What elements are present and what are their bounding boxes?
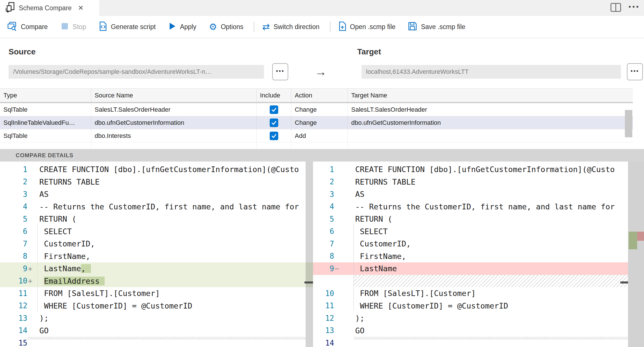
overview-insert-marker bbox=[629, 232, 637, 249]
code-line: 11 WHERE [CustomerID] = @CustomerID bbox=[313, 300, 644, 312]
schema-compare-toolbar: Compare Stop Generate script Apply ⚙ Opt bbox=[0, 16, 644, 38]
cell-target-name bbox=[348, 129, 633, 142]
compare-icon bbox=[7, 21, 17, 32]
direction-arrow-icon: → bbox=[315, 65, 327, 79]
target-browse-button[interactable]: ••• bbox=[627, 63, 643, 80]
code-text: GO bbox=[344, 326, 365, 335]
hatch-pattern bbox=[354, 275, 644, 287]
line-number: 4 bbox=[313, 202, 334, 211]
code-line: 5RETURN ( bbox=[0, 213, 313, 225]
grid-header: TypeSource NameIncludeActionTarget Name bbox=[0, 88, 633, 102]
line-number: 6 bbox=[0, 227, 27, 236]
final-line-border bbox=[354, 337, 628, 340]
code-line: 11 FROM [SalesLT].[Customer] bbox=[0, 287, 313, 300]
code-line: 4-- Returns the CustomerID, first name, … bbox=[313, 201, 644, 213]
table-row[interactable]: SqlTabledbo.InterestsAdd bbox=[0, 129, 633, 142]
comparison-grid: TypeSource NameIncludeActionTarget Name … bbox=[0, 88, 633, 149]
save-icon bbox=[408, 22, 417, 32]
source-diff-editor[interactable]: 1CREATE FUNCTION [dbo].[ufnGetCustomerIn… bbox=[0, 162, 313, 347]
final-line-border bbox=[27, 337, 306, 340]
code-line: 10 FROM [SalesLT].[Customer] bbox=[313, 287, 644, 300]
line-number: 8 bbox=[313, 252, 334, 260]
line-number: 5 bbox=[313, 215, 334, 223]
generate-script-icon bbox=[99, 21, 107, 32]
code-text: LastName, bbox=[39, 264, 91, 273]
code-line: 4-- Returns the CustomerID, first name, … bbox=[0, 201, 313, 213]
left-editor-scrollbar[interactable] bbox=[306, 162, 313, 347]
diff-spacer-hatch bbox=[313, 275, 644, 287]
column-header-source-name[interactable]: Source Name bbox=[91, 89, 257, 102]
line-number: 2 bbox=[0, 177, 27, 186]
line-number: 8 bbox=[0, 252, 27, 260]
line-number: 10 bbox=[0, 277, 27, 285]
target-diff-editor[interactable]: 1CREATE FUNCTION [dbo].[ufnGetCustomerIn… bbox=[313, 162, 644, 347]
code-text: FirstName, bbox=[39, 252, 90, 261]
code-text: AS bbox=[39, 190, 49, 199]
code-text: EmailAddress bbox=[39, 277, 105, 285]
toolbar-separator bbox=[330, 22, 330, 32]
stop-button[interactable]: Stop bbox=[60, 22, 86, 32]
target-heading: Target bbox=[357, 47, 381, 56]
code-text: RETURNS TABLE bbox=[39, 177, 99, 186]
split-editor-icon[interactable] bbox=[610, 3, 621, 13]
code-text: -- Returns the CustomerID, first name, a… bbox=[39, 202, 299, 211]
tab-schema-compare[interactable]: Schema Compare ✕ bbox=[0, 0, 99, 16]
line-number: 2 bbox=[313, 177, 334, 186]
code-text: LastName bbox=[344, 264, 397, 273]
include-checkbox[interactable] bbox=[270, 105, 278, 114]
cell-include bbox=[257, 116, 291, 129]
source-browse-button[interactable]: ••• bbox=[272, 63, 288, 80]
code-line: 9+ LastName, bbox=[0, 262, 313, 275]
switch-direction-icon: ⇄ bbox=[262, 22, 270, 31]
apply-button[interactable]: Apply bbox=[168, 22, 196, 32]
source-input[interactable]: /Volumes/Storage/CodeRepos/sample-sandbo… bbox=[9, 65, 264, 79]
table-row[interactable]: SqlTableSalesLT.SalesOrderHeaderChangeSa… bbox=[0, 103, 633, 116]
cell-target-name: dbo.ufnGetCustomerInformation bbox=[348, 116, 633, 129]
save-scmp-button[interactable]: Save .scmp file bbox=[408, 22, 465, 32]
options-button[interactable]: ⚙ Options bbox=[209, 22, 243, 31]
code-text: RETURN ( bbox=[39, 215, 76, 223]
code-line: 3AS bbox=[0, 188, 313, 201]
code-text: ); bbox=[39, 314, 49, 322]
include-checkbox[interactable] bbox=[270, 119, 278, 127]
grid-vertical-scrollbar[interactable] bbox=[625, 110, 632, 137]
column-header-include[interactable]: Include bbox=[257, 89, 291, 102]
diff-region-handle[interactable] bbox=[620, 281, 628, 283]
include-checkbox[interactable] bbox=[270, 132, 278, 140]
code-text: CustomerID, bbox=[39, 239, 95, 248]
line-number: 13 bbox=[0, 314, 27, 322]
stop-icon bbox=[60, 22, 69, 32]
code-text: -- Returns the CustomerID, first name, a… bbox=[344, 202, 615, 211]
open-file-icon bbox=[338, 21, 346, 32]
code-line: 9− LastName bbox=[313, 262, 644, 275]
column-header-target-name[interactable]: Target Name bbox=[348, 89, 633, 102]
line-number: 6 bbox=[313, 227, 334, 236]
overview-ruler[interactable] bbox=[628, 162, 644, 347]
grid-empty-row bbox=[0, 142, 633, 149]
more-actions-icon[interactable]: ••• bbox=[629, 3, 640, 13]
table-row[interactable]: SqlInlineTableValuedFu…dbo.ufnGetCustome… bbox=[0, 116, 633, 129]
code-segment: LastName bbox=[39, 264, 81, 273]
compare-details-header: COMPARE DETAILS bbox=[0, 149, 644, 162]
code-line: 12 WHERE [CustomerID] = @CustomerID bbox=[0, 300, 313, 312]
line-number: 10 bbox=[313, 289, 334, 298]
column-header-action[interactable]: Action bbox=[291, 89, 348, 102]
code-line: 2RETURNS TABLE bbox=[313, 176, 644, 188]
switch-direction-button[interactable]: ⇄ Switch direction bbox=[262, 22, 320, 31]
code-line: 10+ EmailAddress bbox=[0, 275, 313, 287]
tab-close-icon[interactable]: ✕ bbox=[78, 5, 84, 11]
code-line: 7 CustomerID, bbox=[0, 238, 313, 250]
code-line: 8 FirstName, bbox=[0, 250, 313, 263]
open-scmp-button[interactable]: Open .scmp file bbox=[338, 21, 396, 32]
generate-script-button[interactable]: Generate script bbox=[99, 21, 156, 32]
diff-region-handle[interactable] bbox=[304, 281, 313, 283]
apply-icon bbox=[168, 22, 176, 32]
compare-button[interactable]: Compare bbox=[7, 21, 48, 32]
code-text: SELECT bbox=[39, 227, 72, 236]
target-input[interactable]: localhost,61433.AdventureWorksLTT bbox=[361, 65, 621, 79]
code-line: 6 SELECT bbox=[313, 225, 644, 238]
char-diff-highlight: EmailAddress bbox=[44, 277, 105, 285]
line-number: 14 bbox=[0, 326, 27, 335]
column-header-type[interactable]: Type bbox=[0, 89, 91, 102]
code-line: 14GO bbox=[0, 324, 313, 337]
